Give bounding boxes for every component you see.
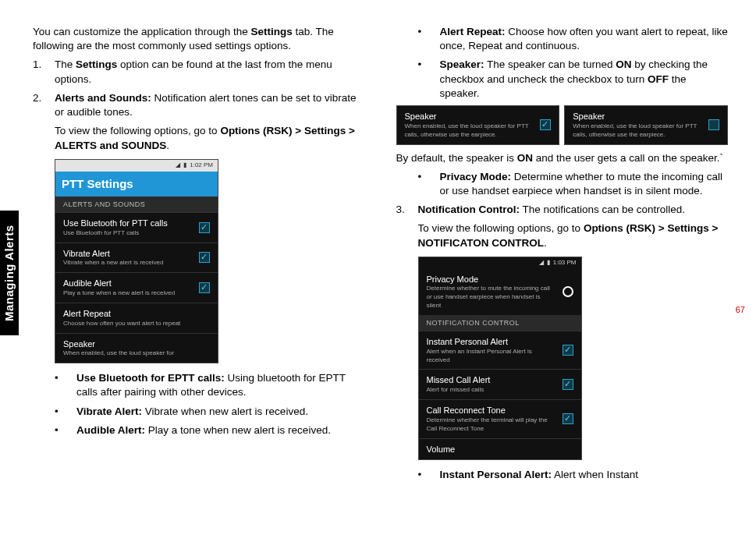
- strong: Use Bluetooth for EPTT calls:: [76, 372, 225, 384]
- section-header: ALERTS AND SOUNDS: [55, 197, 218, 212]
- bullet-instant-personal-alert: •Instant Personal Alert: Alert when Inst…: [396, 468, 729, 482]
- row-title: Privacy Mode: [427, 274, 556, 285]
- row-call-reconnect-tone[interactable]: Call Reconnect ToneDetermine whether the…: [419, 399, 581, 437]
- bullet-icon: •: [55, 371, 76, 385]
- column-1: You can customize the application throug…: [33, 25, 365, 487]
- screenshot-ptt-settings: ◢ ▮ 1:02 PM PTT Settings ALERTS AND SOUN…: [55, 159, 218, 363]
- battery-icon: ▮: [183, 161, 186, 170]
- status-bar: ◢ ▮ 1:02 PM: [55, 160, 218, 172]
- strong: Settings: [250, 26, 292, 37]
- strong: Instant Personal Alert:: [440, 469, 552, 480]
- bullet-speaker: •Speaker: The speaker can be turned ON b…: [396, 58, 729, 101]
- strong: Notification Control:: [418, 204, 520, 215]
- row-sub: Play a tone when a new alert is received: [63, 289, 193, 298]
- intro-paragraph: You can customize the application throug…: [33, 25, 365, 53]
- text: By default, the speaker is: [396, 152, 517, 164]
- strong: Vibrate Alert:: [76, 405, 142, 417]
- row-bluetooth[interactable]: Use Bluetooth for PTT callsUse Bluetooth…: [55, 212, 218, 243]
- bullet-audible: •Audible Alert: Play a tone when new ale…: [33, 423, 365, 437]
- text: To view the following options, go to: [55, 125, 220, 136]
- list-number: 3.: [396, 203, 418, 217]
- checkbox-icon[interactable]: [563, 413, 573, 424]
- row-sub: When enabled, use the loud speaker for P…: [405, 122, 534, 140]
- text: .: [544, 237, 547, 249]
- bullet-icon: •: [418, 25, 440, 39]
- side-tab-managing-alerts: Managing Alerts: [0, 211, 19, 335]
- row-vibrate[interactable]: Vibrate AlertVibrate when a new alert is…: [55, 243, 218, 273]
- row-title: Instant Personal Alert: [427, 336, 556, 348]
- clock: 1:03 PM: [553, 259, 577, 267]
- checkbox-icon[interactable]: [708, 119, 719, 130]
- bullet-icon: •: [55, 423, 76, 437]
- row-alert-repeat[interactable]: Alert RepeatChoose how often you want al…: [55, 303, 218, 333]
- row-instant-personal-alert[interactable]: Instant Personal AlertAlert when an Inst…: [419, 331, 581, 369]
- page-number: 67: [736, 304, 745, 316]
- strong: ON: [616, 58, 631, 70]
- clock: 1:02 PM: [190, 161, 213, 170]
- checkbox-icon[interactable]: [199, 252, 210, 263]
- text: The speaker can be turned: [484, 58, 616, 70]
- checkbox-icon[interactable]: [199, 222, 210, 233]
- row-title: Speaker: [405, 111, 534, 122]
- text: The notifications can be controlled.: [520, 204, 685, 215]
- row-title: Alert Repeat: [63, 308, 210, 320]
- strong: Audible Alert:: [76, 424, 145, 436]
- column-2: •Alert Repeat: Choose how often you want…: [396, 25, 729, 487]
- speaker-default-note: By default, the speaker is ON and the us…: [396, 151, 729, 165]
- speaker-screenshot-pair: SpeakerWhen enabled, use the loud speake…: [396, 105, 729, 144]
- strong: ON: [517, 152, 533, 164]
- screenshot-speaker-off: SpeakerWhen enabled, use the loud speake…: [564, 105, 728, 144]
- text: The: [55, 58, 76, 70]
- strong: OFF: [648, 73, 669, 85]
- bullet-icon: •: [418, 58, 440, 72]
- bullet-icon: •: [418, 468, 440, 482]
- battery-icon: ▮: [547, 259, 550, 267]
- status-bar: ◢ ▮ 1:03 PM: [419, 257, 581, 269]
- checkbox-icon[interactable]: [563, 345, 573, 356]
- row-sub: Determine whether the terminal will play…: [427, 416, 556, 434]
- checkbox-icon[interactable]: [540, 119, 551, 130]
- strong: Settings: [76, 58, 117, 70]
- screenshot-speaker-on: SpeakerWhen enabled, use the loud speake…: [396, 105, 560, 144]
- row-speaker[interactable]: SpeakerWhen enabled, use the loud speake…: [55, 333, 218, 363]
- row-title: Call Reconnect Tone: [427, 405, 556, 416]
- row-title: Speaker: [63, 338, 210, 350]
- bullet-alert-repeat: •Alert Repeat: Choose how often you want…: [396, 25, 729, 53]
- bullet-icon: •: [418, 170, 440, 184]
- strong: Alert Repeat:: [440, 26, 506, 37]
- row-sub: Vibrate when a new alert is received: [63, 259, 193, 267]
- row-sub: When enabled, use the loud speaker for: [63, 349, 210, 358]
- page-columns: You can customize the application throug…: [0, 0, 756, 503]
- row-title: Use Bluetooth for PTT calls: [63, 218, 193, 229]
- row-privacy-mode[interactable]: Privacy ModeDetermine whether to mute th…: [419, 269, 581, 315]
- row-audible[interactable]: Audible AlertPlay a tone when a new aler…: [55, 272, 218, 303]
- row-missed-call-alert[interactable]: Missed Call AlertAlert for missed calls: [419, 369, 581, 399]
- list-number: 2.: [33, 91, 55, 105]
- strong: Privacy Mode:: [440, 171, 512, 182]
- strong: Speaker:: [440, 58, 484, 70]
- radio-icon[interactable]: [563, 286, 573, 297]
- list-item-2-sub: To view the following options, go to Opt…: [33, 124, 365, 152]
- list-item-1: 1.The Settings option can be found at th…: [33, 58, 365, 86]
- row-title: Missed Call Alert: [427, 374, 556, 386]
- row-sub: Alert for missed calls: [427, 386, 556, 395]
- bullet-icon: •: [55, 405, 76, 419]
- row-sub: Determine whether to mute the incoming c…: [427, 285, 556, 310]
- checkbox-icon[interactable]: [199, 282, 210, 293]
- signal-icon: ◢: [176, 161, 180, 170]
- app-title-bar: PTT Settings: [55, 172, 218, 197]
- row-title: Speaker: [573, 111, 702, 122]
- section-header: NOTIFICATION CONTROL: [419, 315, 581, 331]
- row-volume[interactable]: Volume: [419, 438, 581, 460]
- app-title: PTT Settings: [62, 177, 133, 190]
- row-title: Vibrate Alert: [63, 248, 193, 260]
- text: You can customize the application throug…: [33, 26, 250, 37]
- list-number: 1.: [33, 58, 55, 72]
- text: Alert when Instant: [552, 469, 638, 480]
- signal-icon: ◢: [539, 259, 544, 267]
- text: and the user gets a call on the speaker.…: [533, 152, 723, 164]
- bullet-bluetooth: •Use Bluetooth for EPTT calls: Using blu…: [33, 371, 365, 399]
- checkbox-icon[interactable]: [563, 379, 573, 390]
- list-item-3: 3.Notification Control: The notification…: [396, 203, 729, 217]
- text: Play a tone when new alert is received.: [145, 424, 331, 436]
